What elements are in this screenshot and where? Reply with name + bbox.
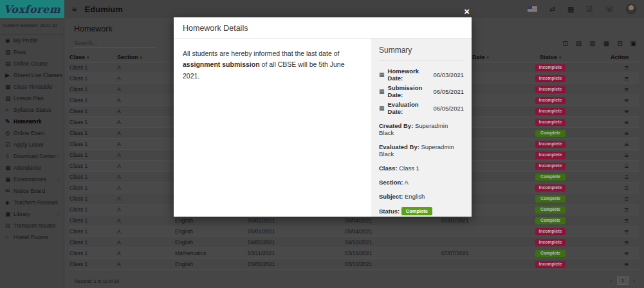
calendar-icon: ▦ <box>379 105 385 111</box>
modal-title: Homework Details <box>174 17 472 39</box>
summary-field-label: Class: <box>379 165 398 172</box>
summary-status-row: Status: Complete <box>379 207 464 215</box>
status-badge: Complete <box>401 207 432 215</box>
summary-date-row: ▦Homework Date: 06/03/2021 <box>379 68 464 82</box>
summary-field-row: Created By: Superadmin Black <box>379 122 464 136</box>
summary-date-row: ▦Evaluation Date: 06/05/2021 <box>379 101 464 115</box>
summary-field-row: Section: A <box>379 179 464 186</box>
summary-field-row: Class: Class 1 <box>379 165 464 172</box>
summary-date-value: 06/03/2021 <box>433 71 464 78</box>
summary-date-value: 06/05/2021 <box>433 88 464 95</box>
close-icon[interactable]: × <box>464 6 470 16</box>
summary-fields: Created By: Superadmin BlackEvaluated By… <box>379 122 464 200</box>
summary-field-value: A <box>403 179 408 186</box>
summary-date-label: Homework Date: <box>388 68 430 82</box>
summary-field-label: Created By: <box>379 122 413 129</box>
summary-date-value: 06/05/2021 <box>433 105 464 112</box>
summary-status-label: Status: <box>379 208 400 215</box>
description-text: All students are hereby informed that th… <box>183 50 339 57</box>
calendar-icon: ▦ <box>379 71 385 78</box>
summary-date-label: Submission Date: <box>388 84 430 98</box>
summary-dates: ▦Homework Date: 06/03/2021▦Submission Da… <box>379 68 464 115</box>
summary-field-value: Class 1 <box>398 165 419 172</box>
summary-field-label: Subject: <box>379 193 403 200</box>
summary-field-row: Subject: English <box>379 193 464 200</box>
summary-date-label: Evaluation Date: <box>388 101 430 115</box>
description-bold-text: assignment submission <box>183 60 260 68</box>
calendar-icon: ▦ <box>379 88 385 94</box>
summary-heading: Summary <box>379 46 464 61</box>
summary-field-value: English <box>403 193 425 200</box>
summary-field-label: Evaluated By: <box>379 143 419 150</box>
homework-description: All students are hereby informed that th… <box>174 39 371 217</box>
summary-field-label: Section: <box>379 179 403 186</box>
summary-field-row: Evaluated By: Superadmin Black <box>379 143 464 158</box>
summary-date-row: ▦Submission Date: 06/05/2021 <box>379 84 464 98</box>
homework-details-modal: × Homework Details All students are here… <box>174 17 472 217</box>
summary-panel: Summary ▦Homework Date: 06/03/2021▦Submi… <box>371 39 472 217</box>
